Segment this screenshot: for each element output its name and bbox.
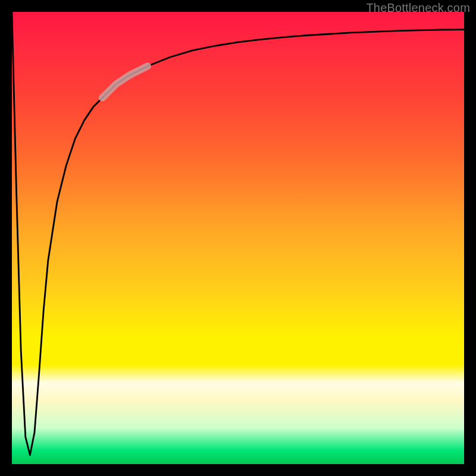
chart-frame: TheBottleneck.com <box>0 0 476 476</box>
bottleneck-curve <box>12 12 464 455</box>
curve-layer <box>12 12 464 464</box>
highlight-segment <box>102 66 148 98</box>
plot-area <box>12 12 464 464</box>
